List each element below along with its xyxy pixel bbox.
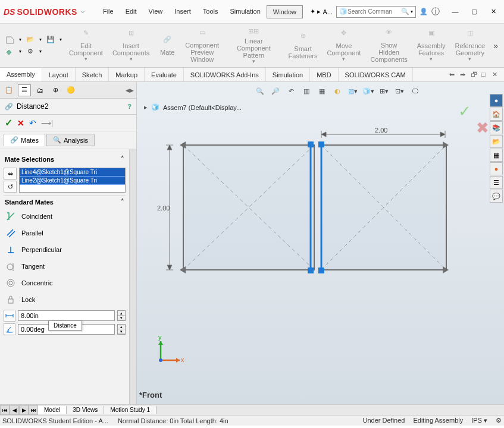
graphics-area[interactable]: 🔍 🔎 ↶ ▥ ▦ ◐ ▨▾ 🧊▾ ⊞▾ ⊡▾ 🖵 ▸ 🧊 Assem7 (De… bbox=[137, 82, 504, 404]
display-box-icon[interactable]: 🧊▾ bbox=[362, 85, 375, 97]
section-view-icon[interactable]: ▥ bbox=[300, 85, 313, 97]
display-manager-tab[interactable]: 🟡 bbox=[64, 84, 77, 96]
tp-resources-icon[interactable]: ● bbox=[490, 94, 503, 107]
mate-tangent[interactable]: Tangent bbox=[4, 258, 126, 275]
panel-scrollbar[interactable] bbox=[129, 149, 136, 404]
selection-item-1[interactable]: Line4@Sketch1@Square Tri bbox=[20, 168, 125, 177]
search-glass-icon[interactable]: 🔍 bbox=[401, 8, 409, 15]
star-dropdown[interactable]: ✦▸ A... bbox=[310, 8, 333, 15]
mate-perpendicular[interactable]: Perpendicular bbox=[4, 241, 126, 258]
rb-linear-pattern[interactable]: ⊞⊞Linear Component Pattern▾ bbox=[224, 26, 283, 65]
mate-lock[interactable]: Lock bbox=[4, 291, 126, 308]
rb-insert-components[interactable]: ⊞Insert Components▾ bbox=[108, 26, 154, 65]
menu-tools[interactable]: Tools bbox=[197, 5, 224, 18]
tab-nav-last[interactable]: ⏭ bbox=[29, 405, 38, 415]
feature-manager-tab[interactable]: 📋 bbox=[2, 84, 15, 96]
maximize-button[interactable]: ▢ bbox=[467, 7, 481, 17]
distance-input[interactable] bbox=[18, 310, 115, 321]
section-mate-selections[interactable]: Mate Selections˄ bbox=[4, 153, 126, 165]
subtab-analysis[interactable]: 🔍Analysis bbox=[46, 134, 95, 146]
distance-icon[interactable] bbox=[4, 310, 15, 322]
mate-parallel[interactable]: Parallel bbox=[4, 225, 126, 241]
tab-layout[interactable]: Layout bbox=[42, 68, 76, 81]
tab-nav-next[interactable]: ▶ bbox=[19, 405, 29, 415]
search-input[interactable] bbox=[348, 8, 401, 15]
tab-markup[interactable]: Markup bbox=[109, 68, 145, 81]
close-button[interactable]: ✕ bbox=[486, 7, 500, 17]
prev-viewport-icon[interactable]: ⬅ bbox=[449, 71, 458, 79]
logo-dropdown-icon[interactable] bbox=[80, 10, 85, 14]
render-icon[interactable]: 🖵 bbox=[408, 85, 421, 97]
menu-window[interactable]: Window bbox=[267, 5, 303, 18]
config-manager-tab[interactable]: 🗂 bbox=[33, 84, 46, 96]
undo-button[interactable]: ↶ bbox=[29, 118, 36, 128]
btab-motion[interactable]: Motion Study 1 bbox=[104, 406, 156, 414]
prev-view-icon[interactable]: ↶ bbox=[284, 85, 298, 97]
open-icon[interactable]: 📂 bbox=[25, 35, 36, 45]
tab-mbd[interactable]: MBD bbox=[310, 68, 338, 81]
help-button[interactable]: ? bbox=[127, 103, 132, 110]
mate-concentric[interactable]: Concentric bbox=[4, 275, 126, 291]
tp-home-icon[interactable]: 🏠 bbox=[490, 108, 503, 121]
rebuild-icon[interactable] bbox=[5, 47, 15, 56]
selection-flip-icon[interactable]: ↺ bbox=[4, 181, 17, 193]
tab-addins[interactable]: SOLIDWORKS Add-Ins bbox=[184, 68, 266, 81]
rb-reference-geometry[interactable]: ◫Reference Geometry▾ bbox=[450, 26, 490, 65]
rb-component-preview[interactable]: ▭Component Preview Window bbox=[180, 26, 224, 65]
help-icon[interactable]: ⓘ bbox=[431, 7, 440, 17]
scene-icon[interactable]: ⊞▾ bbox=[377, 85, 390, 97]
menu-simulation[interactable]: Simulation bbox=[224, 5, 266, 18]
selection-item-2[interactable]: Line2@Sketch1@Square Tri bbox=[20, 177, 125, 185]
selection-list[interactable]: Line4@Sketch1@Square Tri Line2@Sketch1@S… bbox=[19, 168, 126, 193]
ok-button[interactable]: ✓ bbox=[5, 117, 12, 128]
menu-file[interactable]: File bbox=[97, 5, 120, 18]
rb-edit-component[interactable]: ✎Edit Component▾ bbox=[64, 26, 108, 65]
tab-assembly[interactable]: Assembly bbox=[0, 68, 42, 81]
ribbon-expand-icon[interactable]: » bbox=[490, 41, 502, 51]
section-standard-mates[interactable]: Standard Mates˄ bbox=[4, 195, 126, 208]
property-manager-tab[interactable]: ☰ bbox=[18, 84, 31, 96]
zoom-fit-icon[interactable]: 🔍 bbox=[253, 85, 267, 97]
options-icon[interactable]: ⚙ bbox=[25, 47, 36, 56]
zoom-area-icon[interactable]: 🔎 bbox=[269, 85, 282, 97]
orientation-triad[interactable]: x y bbox=[150, 335, 186, 371]
max-viewport-icon[interactable]: □ bbox=[481, 71, 490, 79]
confirm-check-icon[interactable]: ✓ bbox=[458, 102, 471, 121]
hide-show-icon[interactable]: ◐ bbox=[331, 85, 344, 97]
search-commands[interactable]: 🧊 🔍 ▾ bbox=[336, 6, 416, 18]
tp-appearances-icon[interactable]: ● bbox=[490, 162, 503, 175]
distance-spinner[interactable]: ▴▾ bbox=[117, 310, 126, 321]
rb-assembly-features[interactable]: ▣Assembly Features▾ bbox=[412, 26, 450, 65]
subtab-mates[interactable]: 🔗Mates bbox=[4, 134, 45, 146]
dimxpert-tab[interactable]: ⊕ bbox=[49, 84, 62, 96]
minimize-button[interactable]: — bbox=[448, 7, 462, 17]
tp-file-explorer-icon[interactable]: 📂 bbox=[490, 135, 503, 148]
confirm-cross-icon[interactable]: ✖ bbox=[476, 119, 489, 137]
tab-nav-prev[interactable]: ◀ bbox=[10, 405, 19, 415]
selection-filter-icon[interactable]: ⇔ bbox=[4, 168, 17, 180]
flyout-tree[interactable]: ▸ 🧊 Assem7 (Default<Display... bbox=[144, 103, 242, 111]
tab-nav-first[interactable]: ⏮ bbox=[0, 405, 10, 415]
rb-smart-fasteners[interactable]: ⊕Smart Fasteners bbox=[284, 26, 323, 65]
next-viewport-icon[interactable]: ➡ bbox=[460, 71, 468, 79]
angle-spinner[interactable]: ▴▾ bbox=[117, 324, 126, 335]
tp-design-lib-icon[interactable]: 📚 bbox=[490, 121, 503, 134]
angle-icon[interactable] bbox=[4, 323, 15, 335]
tp-custom-props-icon[interactable]: ☰ bbox=[490, 176, 503, 189]
pin-button[interactable]: ⟶| bbox=[41, 119, 53, 127]
btab-3dviews[interactable]: 3D Views bbox=[67, 406, 104, 414]
rb-mate[interactable]: 🔗Mate bbox=[154, 26, 180, 65]
rb-move-component[interactable]: ✥Move Component▾ bbox=[323, 26, 366, 65]
mate-coincident[interactable]: Coincident bbox=[4, 208, 126, 225]
status-gear-icon[interactable]: ⚙ bbox=[496, 417, 502, 424]
save-icon[interactable]: 💾 bbox=[45, 35, 56, 45]
menu-insert[interactable]: Insert bbox=[168, 5, 197, 18]
status-units[interactable]: IPS ▾ bbox=[471, 417, 487, 424]
tab-swcam[interactable]: SOLIDWORKS CAM bbox=[339, 68, 413, 81]
tab-simulation[interactable]: Simulation bbox=[266, 68, 310, 81]
tp-view-palette-icon[interactable]: ▦ bbox=[490, 149, 503, 162]
appearance-icon[interactable]: ⊡▾ bbox=[393, 85, 406, 97]
display-style-icon[interactable]: ▦ bbox=[315, 85, 328, 97]
tp-forum-icon[interactable]: 💬 bbox=[490, 190, 503, 203]
view-orient-icon[interactable]: ▨▾ bbox=[346, 85, 359, 97]
